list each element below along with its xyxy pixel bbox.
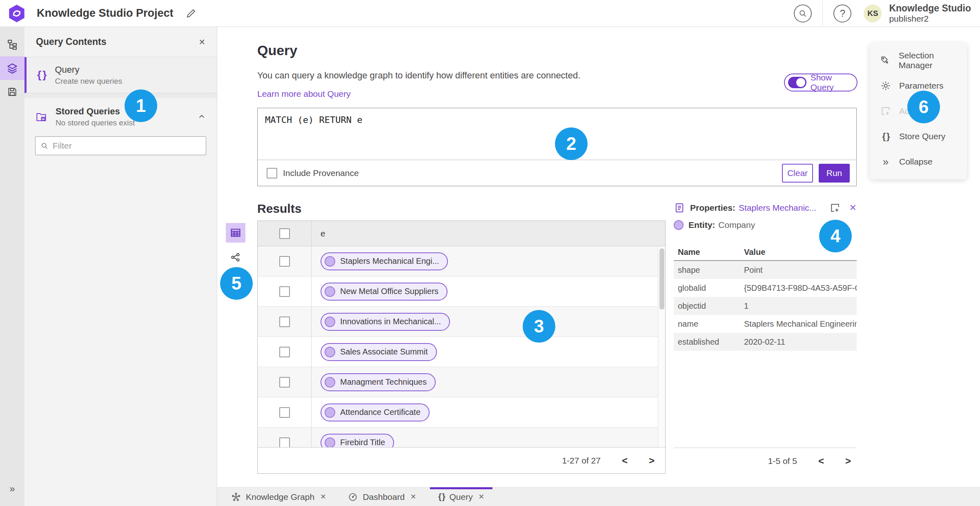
entity-label: Innovations in Mechanical... [340, 317, 441, 326]
row-checkbox[interactable] [279, 317, 290, 327]
entity-pill[interactable]: New Metal Office Suppliers [321, 283, 448, 301]
avatar[interactable]: KS [864, 4, 882, 22]
table-row[interactable]: Attendance Certificate [258, 397, 665, 428]
sidebar-item-stored-queries[interactable]: Stored Queries No stored queries exist [24, 98, 217, 136]
properties-range: 1-5 of 5 [768, 456, 797, 466]
property-name: objectid [674, 301, 744, 311]
query-contents-panel: Query Contents ✕ { } Query Create new qu… [24, 27, 217, 506]
entity-pill[interactable]: Attendance Certificate [321, 403, 430, 421]
filter-input[interactable] [53, 141, 201, 151]
tab-close-icon[interactable]: ✕ [479, 493, 484, 501]
gear-icon [880, 80, 892, 91]
panel-close-icon[interactable]: ✕ [198, 37, 205, 47]
tab-label: Knowledge Graph [246, 492, 314, 502]
store-query-button[interactable]: { } Store Query [870, 124, 967, 149]
run-button[interactable]: Run [819, 164, 850, 183]
row-checkbox[interactable] [279, 286, 290, 297]
property-name: globalid [674, 283, 744, 293]
panel-header: Query Contents ✕ [24, 27, 217, 57]
panel-gap [24, 93, 217, 98]
property-row[interactable]: established 2020-02-11 [674, 333, 857, 351]
row-checkbox[interactable] [279, 347, 290, 357]
tab-query[interactable]: { } Query ✕ [430, 488, 492, 506]
table-view-button[interactable] [226, 223, 245, 243]
selection-manager-button[interactable]: Selection Manager [870, 48, 967, 73]
property-row[interactable]: globalid {5D9B4713-F98D-4A53-A59F-C11... [674, 279, 857, 297]
table-row[interactable]: Sales Associate Summit [258, 337, 665, 367]
filter-field[interactable] [35, 136, 206, 155]
query-item-subtitle: Create new queries [55, 77, 122, 86]
collapse-icon: » [880, 158, 892, 166]
properties-prev-button[interactable]: < [818, 455, 824, 467]
table-row[interactable]: Managment Techniques [258, 367, 665, 397]
property-name: established [674, 337, 744, 347]
table-row[interactable]: Staplers Mechanical Engi... [258, 246, 665, 276]
property-value: Staplers Mechanical Engineering [744, 319, 857, 329]
entity-pill[interactable]: Firebird Title [321, 434, 394, 448]
row-checkbox[interactable] [279, 407, 290, 418]
edit-title-icon[interactable] [185, 8, 196, 19]
project-title: Knowledge Studio Project [37, 7, 174, 20]
tab-label: Query [449, 492, 472, 502]
entity-dot-icon [325, 407, 335, 418]
row-checkbox[interactable] [279, 377, 290, 388]
stored-folder-icon [35, 111, 47, 123]
results-next-button[interactable]: > [649, 455, 655, 466]
properties-next-button[interactable]: > [845, 455, 851, 467]
rail-hierarchy-button[interactable] [0, 33, 24, 56]
clear-button[interactable]: Clear [782, 164, 813, 183]
add-to-selection-icon[interactable] [830, 203, 840, 213]
property-row[interactable]: shape Point [674, 261, 857, 279]
main-area: Query You can query a knowledge graph to… [217, 27, 980, 506]
results-prev-button[interactable]: < [622, 455, 628, 466]
rail-save-button[interactable] [0, 80, 24, 104]
results-scrollbar[interactable] [658, 246, 665, 447]
table-row[interactable]: Innovations in Mechanical... [258, 307, 665, 337]
rail-layers-button[interactable] [0, 56, 24, 80]
entity-pill[interactable]: Managment Techniques [321, 373, 436, 391]
entity-dot-icon [325, 286, 335, 297]
tab-close-icon[interactable]: ✕ [320, 493, 326, 501]
left-rail: » [0, 27, 24, 506]
entity-dot-icon [325, 256, 335, 267]
sidebar-item-query[interactable]: { } Query Create new queries [24, 57, 217, 93]
tab-knowledge-graph[interactable]: Knowledge Graph ✕ [223, 488, 334, 506]
bottom-tab-bar: Knowledge Graph ✕ Dashboard ✕ { } Query … [217, 487, 980, 506]
row-checkbox[interactable] [279, 256, 290, 267]
properties-entity-link[interactable]: Staplers Mechanic... [739, 203, 816, 213]
row-checkbox[interactable] [279, 437, 290, 448]
include-provenance-checkbox[interactable] [267, 168, 277, 178]
property-row[interactable]: objectid 1 [674, 297, 857, 315]
property-value: {5D9B4713-F98D-4A53-A59F-C11... [744, 283, 857, 293]
column-header-e: e [312, 229, 665, 239]
tab-dashboard[interactable]: Dashboard ✕ [340, 488, 424, 506]
gauge-icon [348, 492, 358, 502]
user-menu[interactable]: Knowledge Studio publisher2 [889, 3, 971, 23]
rail-expand-button[interactable]: » [9, 483, 15, 495]
toggle-switch[interactable] [788, 77, 806, 88]
select-all-checkbox[interactable] [279, 228, 290, 239]
tab-close-icon[interactable]: ✕ [410, 493, 416, 501]
annotation-badge-2: 2 [555, 127, 588, 160]
show-query-toggle[interactable]: Show Query [784, 74, 858, 91]
entity-pill[interactable]: Innovations in Mechanical... [321, 313, 450, 331]
learn-more-link[interactable]: Learn more about Query [257, 89, 351, 99]
table-row[interactable]: Firebird Title [258, 428, 665, 447]
entity-pill[interactable]: Sales Associate Summit [321, 343, 437, 361]
scrollbar-thumb[interactable] [659, 248, 664, 310]
help-button[interactable]: ? [833, 4, 851, 22]
entity-label: Sales Associate Summit [340, 347, 428, 357]
properties-close-icon[interactable]: ✕ [849, 203, 857, 213]
collapse-button[interactable]: » Collapse [870, 149, 967, 174]
graph-view-button[interactable] [230, 252, 241, 263]
topbar-divider [822, 0, 823, 27]
results-pagination: 1-27 of 27 < > [258, 447, 665, 473]
search-button[interactable] [794, 4, 812, 22]
property-row[interactable]: name Staplers Mechanical Engineering [674, 315, 857, 333]
app-logo-icon [7, 4, 26, 23]
user-role: publisher2 [889, 14, 971, 23]
chevron-up-icon[interactable] [197, 112, 206, 121]
entity-pill[interactable]: Staplers Mechanical Engi... [321, 252, 448, 270]
results-table: e Staplers Mechanical Engi... New Metal … [257, 221, 666, 474]
table-row[interactable]: New Metal Office Suppliers [258, 276, 665, 307]
